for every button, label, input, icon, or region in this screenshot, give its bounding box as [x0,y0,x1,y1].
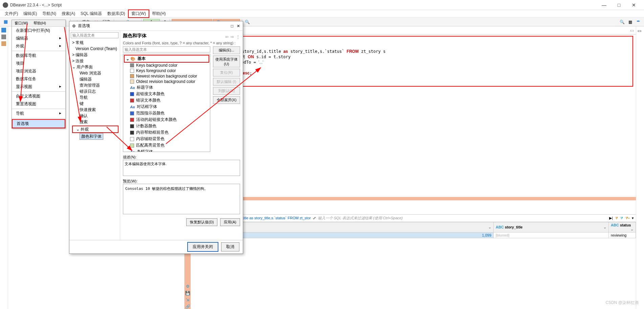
tree-item[interactable]: 快速搜索 [72,107,119,113]
maximize-icon[interactable]: ▭ [630,28,634,33]
use-system-font-button[interactable]: 使用系统字体(U) [213,56,240,67]
ctx-editor[interactable]: 编辑器 ▸ [12,35,65,42]
gear-icon[interactable]: ⚙ [186,284,190,289]
list-item[interactable]: 计数器颜色 [124,123,209,129]
maximize-button[interactable]: □ [615,2,623,8]
tree-item[interactable]: > 常规 [72,40,119,46]
dialog-close-button[interactable]: ✕ [237,24,240,28]
ctx-navigate[interactable]: 导航 ▸ [12,110,65,117]
sql-code[interactable]: ⊖ -- 需求-未拆任务 SELECT s.id as story_id,s.t… [201,37,632,77]
outline-icon[interactable]: ▭ [638,28,643,34]
ctx-db-nav[interactable]: 数据库导航 [12,52,65,60]
tree-item[interactable]: 导航 [72,94,119,101]
list-item[interactable]: 范围指示器颜色 [124,110,209,116]
menu-edit[interactable]: 编辑(E) [21,10,40,17]
forward-icon[interactable]: ⇨ [231,35,234,39]
expand-icon[interactable]: ⤢ [313,216,316,220]
list-item[interactable]: Aa标题字体 [124,84,209,91]
ctx-preferences[interactable]: 首选项 [12,119,65,128]
tree-item[interactable]: 确认 [72,113,119,119]
menu-navigate[interactable]: 导航(N) [40,10,59,17]
tree-item[interactable]: 错误日志 [72,88,119,94]
menu-help[interactable]: 帮助(H) [149,10,169,17]
ctx-custom-perspective[interactable]: 自定义透视图 [12,92,65,100]
menu-file[interactable]: 文件(F) [2,10,21,17]
project-icon[interactable] [1,35,7,40]
search-icon[interactable]: 🔍 [618,18,626,26]
filter-menu-icon[interactable]: ⧩▾ [625,216,630,220]
ctx-reset-perspective[interactable]: 重置透视图 [12,100,65,108]
ctx-new-window[interactable]: 在新窗口中打开(N) [12,27,65,35]
tree-filter-input[interactable] [71,32,119,38]
tree-item-colors-fonts[interactable]: 颜色和字体 [72,133,119,140]
color-font-list[interactable]: ⌄ 🎨 基本 Keys background colorKeys foregro… [123,54,210,152]
list-item[interactable]: 错误文本颜色 [124,97,209,104]
result-grid[interactable]: 123 story_id ⌄ ABC story_title ⌄ ABC sta… [191,222,636,309]
edit-button[interactable]: 编辑(E)... [213,46,240,54]
restore-defaults-button[interactable]: 恢复默认值(D) [186,218,217,226]
apply-close-button[interactable]: 应用并关闭 [187,242,218,252]
list-item[interactable]: Aa对话框字体 [124,104,209,110]
tree-item[interactable]: > 连接 [72,58,119,64]
list-item[interactable]: 活动的超链接文本颜色 [124,116,209,123]
list-root[interactable]: ⌄ 🎨 基本 [124,55,209,63]
perspective-icon[interactable]: ▦ [626,18,634,26]
menu-icon[interactable]: ⋮ [236,35,240,39]
cancel-button[interactable]: 取消 [221,242,239,251]
ctx-project[interactable]: 项目 [12,60,65,67]
list-item[interactable]: Aa条幅字体 [124,149,209,152]
column-header[interactable]: 123 story_id ⌄ [200,222,494,232]
menu-database[interactable]: 数据库(D) [105,10,128,17]
apply-button[interactable]: 应用(A) [220,218,240,226]
db-nav-icon[interactable] [1,28,7,33]
tree-item[interactable]: 编辑器 [72,76,119,82]
reset-button[interactable]: 复位(R) [213,69,240,76]
ctx-appearance[interactable]: 外观 ▸ [12,42,65,50]
expand-all-button[interactable]: 全部展开(X) [213,96,240,104]
new-connection-icon[interactable] [2,18,9,26]
close-button[interactable]: ✕ [630,2,638,8]
filter-hint[interactable]: 输入一个 SQL 表达式来过滤结果 (使用 Ctrl+Space) [318,216,607,221]
dialog-maximize-button[interactable]: □ [231,24,233,28]
list-item[interactable]: Keys background color [124,63,209,68]
table-row[interactable]: 1 1,099 [blurred] reviewing [191,232,636,238]
back-icon[interactable]: ⇦ [225,35,229,39]
list-item[interactable]: Newest revision background color [124,73,209,79]
tree-item-ui[interactable]: ⌄ 用户界面 [72,64,119,70]
export-icon[interactable]: ⇲ [186,297,189,302]
tree-item[interactable]: Version Control (Team) [72,46,119,52]
ctx-show-view[interactable]: 显示视图 ▸ [12,83,65,91]
tree-item[interactable]: 键 [72,101,119,107]
save-icon[interactable]: 💾 [185,291,190,295]
folder-icon[interactable] [1,41,7,47]
cell-story-title[interactable]: [blurred] [494,232,609,238]
ctx-db-tasks[interactable]: 数据库任务 [12,75,65,83]
column-header[interactable]: ABC status ⌄ [609,222,636,232]
search-icon[interactable]: 🔍 [244,18,251,26]
list-item[interactable]: 内容辅助背景色 [124,136,209,142]
splitter-bar[interactable] [191,197,636,200]
menu-sql-editor[interactable]: SQL 编辑器 [78,10,105,17]
settings-icon[interactable]: ▾ [632,216,634,220]
sql-editor[interactable]: ⊖ -- 需求-未拆任务 SELECT s.id as story_id,s.t… [201,36,633,87]
menu-window[interactable]: 窗口(W) [128,9,149,18]
link-icon[interactable]: 🔗 [185,304,190,309]
list-item[interactable]: Oldest revision background color [124,79,209,84]
column-header[interactable]: ABC story_title ⌄ [494,222,609,232]
to-default-button[interactable]: 到默认(G) [213,87,240,95]
default-edit-button[interactable]: 默认编辑 (I) [213,78,240,86]
list-item[interactable]: 超链接文本颜色 [124,91,209,97]
cell-story-id[interactable]: 1,099 [200,232,494,238]
cell-status[interactable]: reviewing [609,232,636,238]
filter-icon[interactable]: ⧩ [620,216,623,220]
ctx-tab-help[interactable]: 帮助(H) [31,20,49,26]
list-item[interactable]: 匹配高亮背景色 [124,142,209,149]
tree-item[interactable]: 搜索 [72,119,119,125]
apply-filter-icon[interactable]: ▶| [609,216,613,220]
perspective-db-icon[interactable] [635,18,642,26]
list-item[interactable]: Keys foreground color [124,68,209,73]
tree-item[interactable]: 查询管理器 [72,82,119,88]
filter-icon[interactable]: ⧩ [615,216,618,220]
tree-item[interactable]: > 编辑器 [72,52,119,58]
content-filter-input[interactable] [123,46,210,52]
